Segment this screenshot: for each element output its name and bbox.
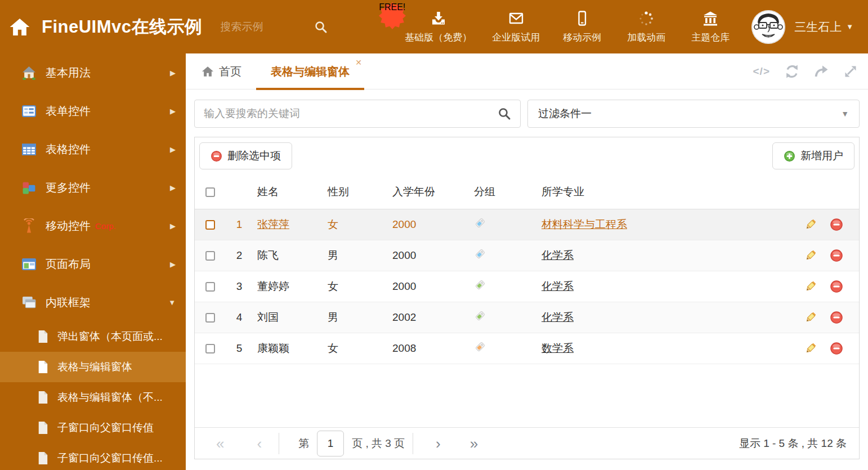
row-checkbox[interactable] xyxy=(205,251,215,261)
edit-icon[interactable] xyxy=(804,280,817,293)
table-row[interactable]: 1 张萍萍 女 2000 材料科学与工程系 xyxy=(195,209,859,240)
sidebar-subitem-label: 子窗口向父窗口传值... xyxy=(57,451,163,465)
nav-item-label: 移动示例 xyxy=(563,31,601,44)
minus-circle-icon xyxy=(211,150,222,162)
sidebar-subitem-child-to-parent[interactable]: 子窗口向父窗口传值 xyxy=(0,413,186,443)
sidebar-item-grid-controls[interactable]: 表格控件 ▶ xyxy=(0,130,186,168)
major-link[interactable]: 化学系 xyxy=(542,311,574,323)
header-search-input[interactable] xyxy=(221,21,305,33)
page-number-input[interactable] xyxy=(317,431,344,456)
row-checkbox[interactable] xyxy=(205,313,215,323)
delete-icon[interactable] xyxy=(830,342,843,355)
delete-selected-button[interactable]: 删除选中项 xyxy=(199,142,292,169)
nav-item-theme-repo[interactable]: 主题仓库 xyxy=(688,10,732,44)
app-window: FineUIMvc在线示例 FREE! 基础版（免费） 企业版试用 移动示例 xyxy=(0,0,868,470)
add-user-button[interactable]: 新增用户 xyxy=(772,142,854,169)
first-page-button[interactable]: « xyxy=(216,436,224,451)
nav-item-loading-animation[interactable]: 加载动画 xyxy=(624,10,668,44)
filter-dropdown[interactable]: 过滤条件一 ▼ xyxy=(527,100,860,128)
search-icon[interactable] xyxy=(498,107,511,120)
frames-icon xyxy=(21,295,37,310)
data-table: 姓名 性别 入学年份 分组 所学专业 1 张萍萍 女 2000 xyxy=(195,175,859,364)
keyword-search-box xyxy=(194,100,521,128)
sidebar-subitem-grid-edit-window-2[interactable]: 表格与编辑窗体（不... xyxy=(0,382,186,413)
cell-major: 化学系 xyxy=(537,240,796,271)
row-checkbox[interactable] xyxy=(205,220,215,230)
filter-dropdown-value: 过滤条件一 xyxy=(538,106,841,121)
delete-icon[interactable] xyxy=(830,311,843,324)
data-grid-panel: 删除选中项 新增用户 姓名 性别 xyxy=(194,137,860,459)
sidebar-item-label: 更多控件 xyxy=(46,180,91,195)
refresh-icon[interactable] xyxy=(785,64,799,79)
search-icon[interactable] xyxy=(314,20,328,34)
table-icon xyxy=(21,142,37,157)
delete-icon[interactable] xyxy=(830,218,843,231)
tab-bar: 首页 表格与编辑窗体 ✕ </> xyxy=(186,53,868,89)
major-link[interactable]: 材料科学与工程系 xyxy=(542,218,627,230)
form-icon xyxy=(21,104,37,119)
column-header-gender: 性别 xyxy=(323,175,388,209)
delete-icon[interactable] xyxy=(830,249,843,262)
home-icon[interactable] xyxy=(9,16,30,38)
last-page-button[interactable]: » xyxy=(470,436,478,451)
delete-icon[interactable] xyxy=(830,280,843,293)
nav-item-basic-version[interactable]: FREE! 基础版（免费） xyxy=(405,10,472,44)
envelope-icon xyxy=(508,10,525,27)
document-icon xyxy=(37,330,48,343)
sidebar-item-page-layout[interactable]: 页面布局 ▶ xyxy=(0,245,186,283)
sidebar-subitem-popup-window[interactable]: 弹出窗体（本页面或... xyxy=(0,321,186,352)
sidebar-item-inline-frame[interactable]: 内联框架 ▼ xyxy=(0,283,186,321)
sidebar-item-mobile-controls[interactable]: 移动控件 Corp. ▶ xyxy=(0,207,186,245)
next-page-button[interactable]: › xyxy=(436,436,441,451)
user-menu[interactable]: 三生石上 ▼ xyxy=(751,10,853,44)
tab-home[interactable]: 首页 xyxy=(202,53,241,89)
edit-icon[interactable] xyxy=(804,311,817,324)
expand-icon[interactable] xyxy=(843,64,858,79)
sidebar-item-label: 基本用法 xyxy=(46,65,91,80)
share-icon[interactable] xyxy=(814,64,829,79)
name-link[interactable]: 张萍萍 xyxy=(257,218,289,230)
sidebar-item-label: 表格控件 xyxy=(46,142,91,157)
row-checkbox[interactable] xyxy=(205,282,215,292)
keyword-search-input[interactable] xyxy=(204,108,498,120)
cell-year: 2000 xyxy=(388,240,469,271)
column-header-index xyxy=(226,175,253,209)
sidebar-item-label: 表单控件 xyxy=(46,104,91,119)
major-link[interactable]: 化学系 xyxy=(542,280,574,292)
cell-name: 陈飞 xyxy=(253,240,323,271)
header-nav: FREE! 基础版（免费） 企业版试用 移动示例 xyxy=(405,10,732,44)
table-row[interactable]: 5 康颖颖 女 2008 数学系 xyxy=(195,333,859,364)
close-icon[interactable]: ✕ xyxy=(355,58,362,67)
source-code-icon[interactable]: </> xyxy=(753,64,770,79)
pager-divider xyxy=(413,433,413,454)
tab-grid-edit-window[interactable]: 表格与编辑窗体 ✕ xyxy=(256,53,364,89)
edit-icon[interactable] xyxy=(804,218,817,231)
row-checkbox[interactable] xyxy=(205,344,215,353)
major-link[interactable]: 数学系 xyxy=(542,342,574,354)
sidebar-item-more-controls[interactable]: 更多控件 ▶ xyxy=(0,168,186,207)
cubes-icon xyxy=(21,180,37,195)
table-row[interactable]: 4 刘国 男 2002 化学系 xyxy=(195,302,859,333)
sidebar-item-basic-usage[interactable]: 基本用法 ▶ xyxy=(0,53,186,92)
major-link[interactable]: 化学系 xyxy=(542,249,574,261)
document-icon xyxy=(37,360,48,374)
prev-page-button[interactable]: ‹ xyxy=(257,436,262,451)
select-all-checkbox[interactable] xyxy=(205,187,215,197)
table-row[interactable]: 2 陈飞 男 2000 化学系 xyxy=(195,240,859,271)
page-suffix-label: 页 , 共 3 页 xyxy=(352,436,405,451)
sidebar-subitem-grid-edit-window[interactable]: 表格与编辑窗体 xyxy=(0,352,186,382)
cell-year: 2002 xyxy=(388,302,469,333)
nav-item-label: 主题仓库 xyxy=(691,31,730,44)
nav-item-enterprise-trial[interactable]: 企业版试用 xyxy=(492,10,540,44)
nav-item-mobile-demo[interactable]: 移动示例 xyxy=(560,10,604,44)
row-index: 3 xyxy=(226,271,253,302)
sidebar-item-label: 移动控件 xyxy=(46,218,91,234)
edit-icon[interactable] xyxy=(804,249,817,262)
cell-group xyxy=(469,271,537,302)
edit-icon[interactable] xyxy=(804,342,817,355)
caret-down-icon: ▼ xyxy=(841,109,849,118)
table-row[interactable]: 3 董婷婷 女 2000 化学系 xyxy=(195,271,859,302)
sidebar-item-form-controls[interactable]: 表单控件 ▶ xyxy=(0,92,186,130)
tag-icon xyxy=(474,312,486,324)
sidebar-subitem-child-to-parent-2[interactable]: 子窗口向父窗口传值... xyxy=(0,443,186,470)
